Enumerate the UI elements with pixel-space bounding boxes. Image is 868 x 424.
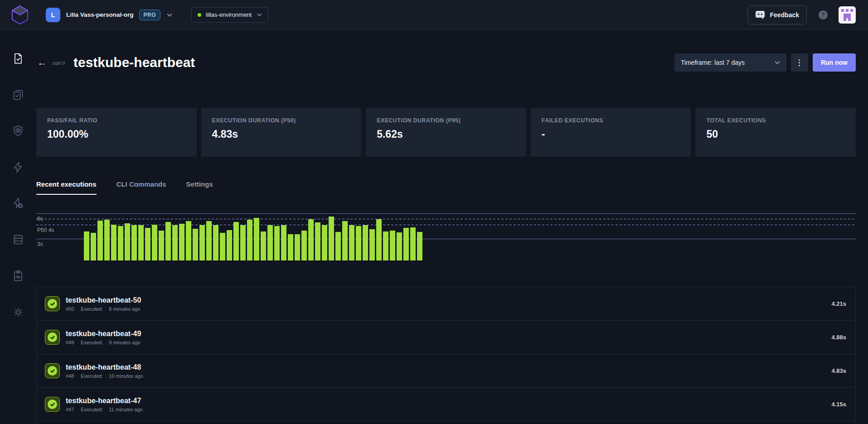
duration-bar[interactable]: [165, 222, 171, 260]
duration-bar[interactable]: [193, 229, 198, 260]
sidebar-item-tests[interactable]: [12, 52, 24, 65]
sidebar-item-settings[interactable]: [12, 306, 24, 318]
duration-bar[interactable]: [369, 229, 375, 260]
duration-bar[interactable]: [267, 225, 273, 260]
discord-icon: [755, 10, 765, 19]
duration-bar[interactable]: [159, 231, 164, 260]
duration-bar[interactable]: [356, 226, 361, 260]
duration-bar[interactable]: [390, 231, 395, 260]
duration-bar[interactable]: [125, 223, 130, 260]
topbar: L Lilla Vass-personal-org PRO lillas-env…: [0, 0, 868, 30]
duration-bar[interactable]: [97, 221, 103, 260]
duration-bar[interactable]: [138, 225, 144, 260]
duration-bar[interactable]: [145, 228, 150, 260]
sidebar-item-test-suites[interactable]: [12, 88, 24, 101]
duration-bar[interactable]: [261, 231, 266, 260]
executed-label: Executed:: [81, 340, 103, 345]
duration-bar[interactable]: [233, 222, 239, 260]
duration-bar[interactable]: [349, 225, 354, 260]
tab-settings[interactable]: Settings: [186, 180, 213, 195]
sidebar-item-status-pages[interactable]: [12, 270, 24, 282]
execution-time: 11 minutes ago: [109, 407, 142, 412]
tab-bar: Recent executions CLI Commands Settings: [36, 180, 856, 195]
duration-bar[interactable]: [410, 227, 416, 260]
duration-bar[interactable]: [288, 234, 293, 260]
executed-label: Executed:: [81, 407, 103, 412]
duration-bar[interactable]: [322, 225, 327, 260]
duration-bar[interactable]: [329, 217, 334, 260]
duration-bar[interactable]: [199, 225, 205, 260]
duration-bar[interactable]: [308, 219, 314, 260]
execution-name: testkube-heartbeat-48: [66, 363, 143, 371]
execution-row[interactable]: testkube-heartbeat-49 #49 Executed: 9 mi…: [37, 321, 855, 354]
testkube-logo-icon: [11, 5, 29, 25]
execution-time: 9 minutes ago: [109, 340, 140, 345]
duration-bar[interactable]: [397, 232, 402, 260]
sidebar-item-webhooks[interactable]: [12, 197, 24, 210]
duration-bar[interactable]: [179, 224, 184, 260]
duration-bar[interactable]: [383, 231, 388, 260]
duration-bar[interactable]: [131, 225, 137, 260]
chevron-down-icon: [167, 13, 172, 17]
duration-bar[interactable]: [335, 232, 341, 260]
user-avatar[interactable]: [839, 6, 856, 24]
run-now-button[interactable]: Run now: [813, 53, 856, 72]
duration-bar[interactable]: [152, 225, 157, 260]
duration-bar[interactable]: [274, 226, 280, 260]
duration-bar[interactable]: [213, 225, 218, 260]
duration-bar[interactable]: [111, 225, 116, 260]
duration-bar[interactable]: [227, 230, 232, 260]
environment-name: lillas-environment: [206, 11, 252, 18]
sidebar-item-executors[interactable]: [12, 125, 24, 137]
pro-badge: PRO: [139, 10, 161, 20]
timeframe-dropdown[interactable]: Timeframe: last 7 days: [674, 53, 786, 72]
sidebar-item-triggers[interactable]: [12, 161, 24, 173]
page-title: testkube-heartbeat: [73, 55, 195, 70]
duration-bar[interactable]: [91, 233, 96, 260]
org-switcher[interactable]: L Lilla Vass-personal-org PRO: [46, 8, 172, 22]
duration-bar[interactable]: [206, 221, 212, 260]
tab-cli-commands[interactable]: CLI Commands: [116, 180, 166, 195]
execution-row[interactable]: testkube-heartbeat-50 #50 Executed: 8 mi…: [37, 287, 855, 321]
execution-duration: 4.15s: [831, 401, 846, 408]
duration-bar[interactable]: [220, 233, 225, 260]
execution-row[interactable]: testkube-heartbeat-48 #48 Executed: 10 m…: [37, 354, 855, 388]
duration-bar[interactable]: [363, 225, 368, 260]
duration-bar[interactable]: [247, 220, 252, 260]
back-button[interactable]: ←: [36, 57, 48, 68]
axis-label-3s: 3s: [37, 241, 43, 247]
kebab-dot: [799, 62, 800, 63]
duration-bar[interactable]: [417, 232, 422, 260]
execution-row[interactable]: testkube-heartbeat-47 #47 Executed: 11 m…: [37, 388, 855, 421]
environment-selector[interactable]: lillas-environment: [191, 7, 268, 23]
duration-bar[interactable]: [186, 221, 191, 260]
feedback-button[interactable]: Feedback: [747, 5, 807, 24]
metric-value: 5.62s: [377, 128, 515, 140]
chevron-down-icon: [257, 13, 262, 16]
metric-label: EXECUTION DURATION (P50): [212, 117, 351, 124]
sidebar-item-sources[interactable]: [12, 233, 24, 246]
duration-bar[interactable]: [240, 225, 246, 260]
settings-gear-icon: [12, 306, 24, 318]
duration-bar[interactable]: [118, 226, 123, 260]
duration-bar[interactable]: [254, 218, 259, 260]
help-button[interactable]: ?: [819, 10, 828, 19]
duration-bar[interactable]: [104, 220, 110, 260]
metric-value: -: [542, 128, 680, 140]
status-passed-icon: [45, 296, 60, 311]
duration-bar[interactable]: [315, 222, 320, 260]
execution-duration: 4.21s: [831, 300, 846, 307]
duration-bar[interactable]: [342, 221, 348, 260]
duration-bar[interactable]: [403, 228, 409, 260]
metric-label: TOTAL EXECUTIONS: [706, 117, 845, 124]
duration-bar[interactable]: [301, 231, 307, 260]
more-options-button[interactable]: [791, 53, 808, 72]
duration-bar[interactable]: [376, 219, 382, 260]
duration-bar[interactable]: [281, 225, 286, 260]
duration-bar[interactable]: [84, 231, 89, 260]
tab-recent-executions[interactable]: Recent executions: [36, 180, 97, 195]
duration-bar[interactable]: [172, 225, 178, 260]
shield-gear-icon: [12, 125, 24, 137]
metric-label: PASS/FAIL RATIO: [47, 117, 186, 124]
duration-bar[interactable]: [295, 234, 300, 260]
